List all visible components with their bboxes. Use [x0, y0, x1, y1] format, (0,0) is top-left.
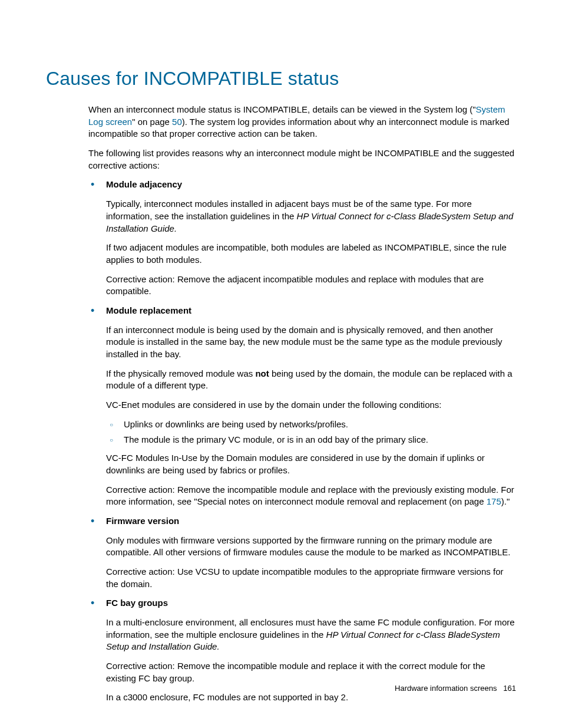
footer-page-number: 161: [503, 684, 516, 693]
text-segment: If the physically removed module was: [106, 368, 255, 378]
body-content: When an interconnect module status is IN…: [88, 104, 516, 704]
page-50-link[interactable]: 50: [172, 117, 182, 127]
text-segment: ).": [501, 496, 510, 506]
item-paragraph: Corrective action: Remove the adjacent i…: [106, 274, 516, 298]
item-heading: Module adjacency: [106, 179, 516, 191]
text-segment: When an interconnect module status is IN…: [88, 104, 476, 114]
item-paragraph: VC-Enet modules are considered in use by…: [106, 399, 516, 411]
page-175-link[interactable]: 175: [487, 496, 501, 506]
text-segment: " on page: [132, 117, 172, 127]
sub-list-item: Uplinks or downlinks are being used by n…: [106, 419, 516, 431]
item-paragraph: VC-FC Modules In-Use by the Domain modul…: [106, 452, 516, 476]
page-title: Causes for INCOMPATIBLE status: [46, 68, 516, 90]
item-paragraph: In a c3000 enclosure, FC modules are not…: [106, 691, 516, 704]
item-heading: FC bay groups: [106, 597, 516, 610]
intro-paragraph-2: The following list provides reasons why …: [88, 147, 516, 172]
sub-list: Uplinks or downlinks are being used by n…: [106, 419, 516, 446]
item-paragraph: If an interconnect module is being used …: [106, 324, 516, 361]
list-item: Module replacement If an interconnect mo…: [88, 305, 516, 508]
item-paragraph: If two adjacent modules are incompatible…: [106, 242, 516, 266]
text-segment: Corrective action: Remove the incompatib…: [106, 485, 514, 507]
sub-list-item: The module is the primary VC module, or …: [106, 434, 516, 446]
item-heading: Module replacement: [106, 305, 516, 317]
page-footer: Hardware information screens 161: [395, 684, 516, 693]
footer-section-name: Hardware information screens: [395, 684, 497, 693]
item-paragraph: Corrective action: Remove the incompatib…: [106, 660, 516, 684]
list-item: Firmware version Only modules with firmw…: [88, 515, 516, 590]
reasons-list: Module adjacency Typically, interconnect…: [88, 179, 516, 704]
list-item: Module adjacency Typically, interconnect…: [88, 179, 516, 298]
intro-paragraph-1: When an interconnect module status is IN…: [88, 104, 516, 140]
bold-word: not: [255, 368, 269, 378]
item-paragraph: If the physically removed module was not…: [106, 368, 516, 392]
item-paragraph: In a multi-enclosure environment, all en…: [106, 617, 516, 653]
document-page: Causes for INCOMPATIBLE status When an i…: [0, 0, 562, 728]
item-paragraph: Only modules with firmware versions supp…: [106, 535, 516, 559]
item-paragraph: Typically, interconnect modules installe…: [106, 198, 516, 235]
item-heading: Firmware version: [106, 515, 516, 528]
item-paragraph: Corrective action: Use VCSU to update in…: [106, 566, 516, 590]
item-paragraph: Corrective action: Remove the incompatib…: [106, 484, 516, 508]
